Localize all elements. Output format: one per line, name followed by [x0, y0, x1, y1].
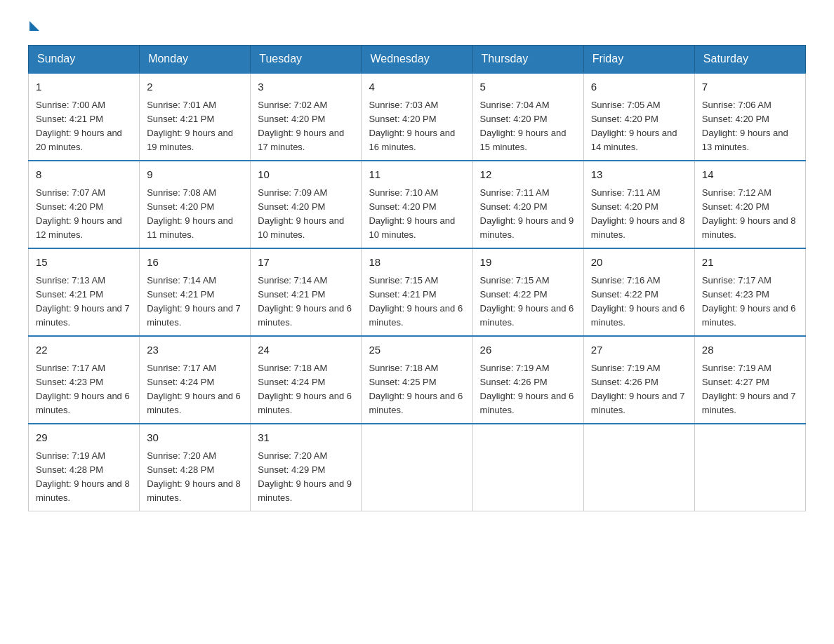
calendar-cell: 9 Sunrise: 7:08 AMSunset: 4:20 PMDayligh… [140, 161, 251, 248]
day-info: Sunrise: 7:17 AMSunset: 4:23 PMDaylight:… [702, 275, 796, 328]
calendar-cell: 23 Sunrise: 7:17 AMSunset: 4:24 PMDaylig… [140, 336, 251, 424]
day-number: 10 [258, 167, 354, 183]
day-number: 29 [36, 430, 132, 446]
day-number: 9 [147, 167, 243, 183]
calendar-table: SundayMondayTuesdayWednesdayThursdayFrid… [28, 45, 806, 511]
day-info: Sunrise: 7:15 AMSunset: 4:21 PMDaylight:… [369, 275, 463, 328]
calendar-cell: 11 Sunrise: 7:10 AMSunset: 4:20 PMDaylig… [362, 161, 472, 248]
calendar-cell: 25 Sunrise: 7:18 AMSunset: 4:25 PMDaylig… [362, 336, 472, 424]
day-info: Sunrise: 7:19 AMSunset: 4:26 PMDaylight:… [591, 363, 685, 415]
day-info: Sunrise: 7:08 AMSunset: 4:20 PMDaylight:… [147, 187, 233, 240]
day-number: 19 [480, 255, 576, 271]
day-number: 8 [36, 167, 132, 183]
day-number: 13 [591, 167, 687, 183]
calendar-cell [583, 424, 694, 511]
calendar-cell: 19 Sunrise: 7:15 AMSunset: 4:22 PMDaylig… [472, 248, 583, 336]
day-info: Sunrise: 7:19 AMSunset: 4:27 PMDaylight:… [702, 363, 796, 415]
day-number: 4 [369, 79, 465, 95]
day-number: 20 [591, 255, 687, 271]
calendar-cell: 13 Sunrise: 7:11 AMSunset: 4:20 PMDaylig… [583, 161, 694, 248]
day-of-week-header: Wednesday [362, 46, 472, 74]
day-number: 21 [702, 255, 798, 271]
calendar-cell: 2 Sunrise: 7:01 AMSunset: 4:21 PMDayligh… [140, 73, 251, 161]
calendar-cell: 30 Sunrise: 7:20 AMSunset: 4:28 PMDaylig… [140, 424, 251, 511]
day-info: Sunrise: 7:15 AMSunset: 4:22 PMDaylight:… [480, 275, 574, 328]
calendar-cell: 4 Sunrise: 7:03 AMSunset: 4:20 PMDayligh… [362, 73, 472, 161]
day-number: 7 [702, 79, 798, 95]
day-info: Sunrise: 7:06 AMSunset: 4:20 PMDaylight:… [702, 100, 788, 152]
calendar-cell: 6 Sunrise: 7:05 AMSunset: 4:20 PMDayligh… [583, 73, 694, 161]
calendar-week-row: 15 Sunrise: 7:13 AMSunset: 4:21 PMDaylig… [29, 248, 806, 336]
day-info: Sunrise: 7:10 AMSunset: 4:20 PMDaylight:… [369, 187, 455, 240]
calendar-cell: 18 Sunrise: 7:15 AMSunset: 4:21 PMDaylig… [362, 248, 472, 336]
page-header [28, 21, 806, 31]
day-info: Sunrise: 7:04 AMSunset: 4:20 PMDaylight:… [480, 100, 567, 152]
day-number: 15 [36, 255, 132, 271]
day-info: Sunrise: 7:07 AMSunset: 4:20 PMDaylight:… [36, 187, 122, 240]
calendar-header-row: SundayMondayTuesdayWednesdayThursdayFrid… [29, 46, 806, 74]
day-info: Sunrise: 7:09 AMSunset: 4:20 PMDaylight:… [258, 187, 344, 240]
day-info: Sunrise: 7:00 AMSunset: 4:21 PMDaylight:… [36, 100, 122, 152]
calendar-cell: 3 Sunrise: 7:02 AMSunset: 4:20 PMDayligh… [251, 73, 362, 161]
calendar-cell: 1 Sunrise: 7:00 AMSunset: 4:21 PMDayligh… [29, 73, 140, 161]
day-number: 25 [369, 342, 465, 358]
day-of-week-header: Sunday [29, 46, 140, 74]
day-info: Sunrise: 7:20 AMSunset: 4:28 PMDaylight:… [147, 450, 241, 503]
calendar-cell: 8 Sunrise: 7:07 AMSunset: 4:20 PMDayligh… [29, 161, 140, 248]
day-number: 1 [36, 79, 132, 95]
calendar-week-row: 1 Sunrise: 7:00 AMSunset: 4:21 PMDayligh… [29, 73, 806, 161]
day-info: Sunrise: 7:14 AMSunset: 4:21 PMDaylight:… [147, 275, 241, 328]
day-info: Sunrise: 7:16 AMSunset: 4:22 PMDaylight:… [591, 275, 685, 328]
day-of-week-header: Saturday [694, 46, 805, 74]
day-number: 18 [369, 255, 465, 271]
calendar-cell: 5 Sunrise: 7:04 AMSunset: 4:20 PMDayligh… [472, 73, 583, 161]
day-info: Sunrise: 7:17 AMSunset: 4:24 PMDaylight:… [147, 363, 241, 415]
day-info: Sunrise: 7:18 AMSunset: 4:25 PMDaylight:… [369, 363, 463, 415]
calendar-cell: 27 Sunrise: 7:19 AMSunset: 4:26 PMDaylig… [583, 336, 694, 424]
day-number: 3 [258, 79, 354, 95]
calendar-cell [362, 424, 472, 511]
day-number: 26 [480, 342, 576, 358]
day-number: 14 [702, 167, 798, 183]
calendar-cell: 7 Sunrise: 7:06 AMSunset: 4:20 PMDayligh… [694, 73, 805, 161]
calendar-cell: 31 Sunrise: 7:20 AMSunset: 4:29 PMDaylig… [251, 424, 362, 511]
calendar-cell: 12 Sunrise: 7:11 AMSunset: 4:20 PMDaylig… [472, 161, 583, 248]
day-number: 24 [258, 342, 354, 358]
calendar-cell: 24 Sunrise: 7:18 AMSunset: 4:24 PMDaylig… [251, 336, 362, 424]
calendar-cell: 21 Sunrise: 7:17 AMSunset: 4:23 PMDaylig… [694, 248, 805, 336]
calendar-week-row: 8 Sunrise: 7:07 AMSunset: 4:20 PMDayligh… [29, 161, 806, 248]
day-of-week-header: Monday [140, 46, 251, 74]
day-number: 5 [480, 79, 576, 95]
calendar-cell: 20 Sunrise: 7:16 AMSunset: 4:22 PMDaylig… [583, 248, 694, 336]
day-number: 12 [480, 167, 576, 183]
calendar-cell: 14 Sunrise: 7:12 AMSunset: 4:20 PMDaylig… [694, 161, 805, 248]
day-info: Sunrise: 7:18 AMSunset: 4:24 PMDaylight:… [258, 363, 352, 415]
calendar-cell: 22 Sunrise: 7:17 AMSunset: 4:23 PMDaylig… [29, 336, 140, 424]
day-info: Sunrise: 7:01 AMSunset: 4:21 PMDaylight:… [147, 100, 233, 152]
logo [28, 21, 39, 31]
day-number: 2 [147, 79, 243, 95]
day-number: 22 [36, 342, 132, 358]
day-number: 11 [369, 167, 465, 183]
calendar-cell: 15 Sunrise: 7:13 AMSunset: 4:21 PMDaylig… [29, 248, 140, 336]
calendar-week-row: 29 Sunrise: 7:19 AMSunset: 4:28 PMDaylig… [29, 424, 806, 511]
day-info: Sunrise: 7:14 AMSunset: 4:21 PMDaylight:… [258, 275, 352, 328]
calendar-cell: 16 Sunrise: 7:14 AMSunset: 4:21 PMDaylig… [140, 248, 251, 336]
calendar-cell: 17 Sunrise: 7:14 AMSunset: 4:21 PMDaylig… [251, 248, 362, 336]
calendar-cell: 10 Sunrise: 7:09 AMSunset: 4:20 PMDaylig… [251, 161, 362, 248]
day-info: Sunrise: 7:02 AMSunset: 4:20 PMDaylight:… [258, 100, 344, 152]
calendar-cell: 28 Sunrise: 7:19 AMSunset: 4:27 PMDaylig… [694, 336, 805, 424]
day-info: Sunrise: 7:17 AMSunset: 4:23 PMDaylight:… [36, 363, 130, 415]
day-info: Sunrise: 7:19 AMSunset: 4:26 PMDaylight:… [480, 363, 574, 415]
calendar-cell [694, 424, 805, 511]
day-number: 6 [591, 79, 687, 95]
day-number: 16 [147, 255, 243, 271]
day-number: 23 [147, 342, 243, 358]
day-info: Sunrise: 7:03 AMSunset: 4:20 PMDaylight:… [369, 100, 455, 152]
logo-triangle-icon [29, 21, 39, 31]
day-info: Sunrise: 7:19 AMSunset: 4:28 PMDaylight:… [36, 450, 130, 503]
day-of-week-header: Friday [583, 46, 694, 74]
day-number: 28 [702, 342, 798, 358]
calendar-cell: 29 Sunrise: 7:19 AMSunset: 4:28 PMDaylig… [29, 424, 140, 511]
day-info: Sunrise: 7:11 AMSunset: 4:20 PMDaylight:… [591, 187, 685, 240]
